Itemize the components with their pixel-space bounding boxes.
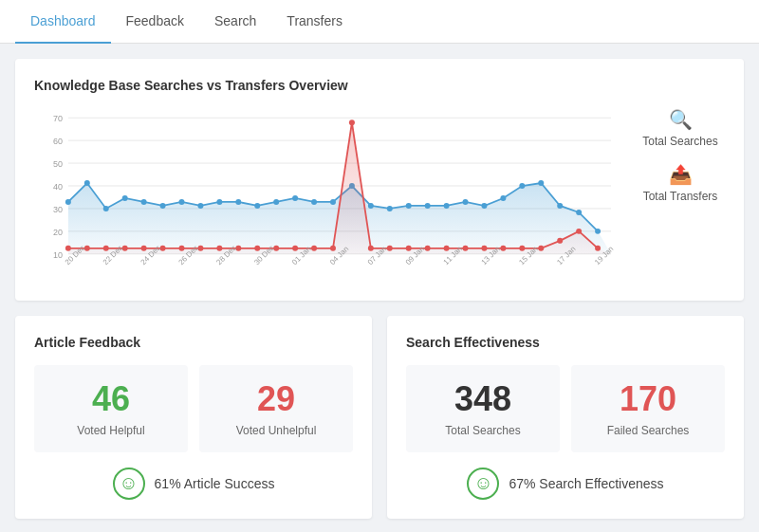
article-success-text: 61% Article Success: [155, 476, 275, 491]
svg-point-19: [141, 199, 147, 205]
svg-point-72: [576, 229, 582, 234]
article-feedback-card: Article Feedback 46 Voted Helpful 29 Vot…: [15, 316, 372, 519]
transfer-legend-icon: 📤: [669, 163, 693, 186]
chart-svg-wrapper: 70 60 50 40 30 20 10: [34, 108, 620, 282]
search-effectiveness-text: 67% Search Effectiveness: [509, 476, 663, 491]
svg-point-67: [481, 246, 487, 251]
svg-point-20: [160, 203, 166, 209]
svg-text:70: 70: [53, 114, 63, 123]
svg-point-33: [406, 203, 412, 209]
svg-point-55: [254, 246, 260, 251]
svg-text:60: 60: [53, 137, 63, 146]
article-feedback-footer: ☺ 61% Article Success: [34, 468, 353, 500]
svg-point-26: [273, 199, 279, 205]
article-feedback-boxes: 46 Voted Helpful 29 Voted Unhelpful: [34, 365, 353, 452]
svg-point-47: [103, 246, 109, 251]
failed-searches-box: 170 Failed Searches: [571, 365, 725, 452]
svg-point-29: [330, 199, 336, 205]
article-feedback-title: Article Feedback: [34, 335, 353, 350]
tab-feedback[interactable]: Feedback: [111, 0, 199, 44]
search-effectiveness-footer: ☺ 67% Search Effectiveness: [406, 468, 725, 500]
voted-unhelpful-value: 29: [214, 380, 338, 418]
svg-point-24: [235, 199, 241, 205]
bottom-row: Article Feedback 46 Voted Helpful 29 Vot…: [15, 316, 744, 519]
main-content: Knowledge Base Searches vs Transfers Ove…: [0, 44, 759, 532]
svg-point-32: [387, 206, 393, 211]
search-effectiveness-title: Search Effectiveness: [406, 335, 725, 350]
svg-text:10: 10: [53, 250, 63, 260]
svg-point-38: [500, 195, 506, 201]
svg-point-45: [65, 246, 71, 251]
voted-unhelpful-box: 29 Voted Unhelpful: [199, 365, 353, 452]
tab-transfers[interactable]: Transfers: [271, 0, 358, 44]
chart-title: Knowledge Base Searches vs Transfers Ove…: [34, 78, 725, 93]
svg-point-36: [463, 199, 469, 205]
svg-point-28: [311, 199, 317, 205]
total-searches-box: 348 Total Searches: [406, 365, 560, 452]
tab-search[interactable]: Search: [199, 0, 271, 44]
svg-point-21: [179, 199, 185, 205]
svg-point-18: [122, 195, 128, 201]
tabs-nav: Dashboard Feedback Search Transfers: [0, 0, 759, 44]
failed-searches-value: 170: [586, 380, 710, 418]
voted-helpful-box: 46 Voted Helpful: [34, 365, 188, 452]
svg-point-34: [425, 203, 431, 209]
svg-point-51: [179, 246, 185, 251]
svg-point-31: [368, 203, 374, 209]
svg-point-73: [595, 246, 601, 251]
svg-point-69: [519, 246, 525, 251]
svg-point-37: [481, 203, 487, 209]
legend-total-transfers: 📤 Total Transfers: [636, 163, 725, 203]
svg-point-57: [292, 246, 298, 251]
svg-point-65: [444, 246, 450, 251]
chart-legend: 🔍 Total Searches 📤 Total Transfers: [620, 108, 725, 203]
svg-text:40: 40: [53, 182, 63, 192]
svg-text:20: 20: [53, 228, 63, 237]
total-searches-label: Total Searches: [421, 424, 545, 437]
svg-point-25: [254, 203, 260, 209]
svg-point-59: [330, 246, 336, 251]
article-success-smiley: ☺: [113, 468, 145, 500]
search-effectiveness-smiley: ☺: [467, 468, 499, 500]
svg-point-61: [368, 246, 374, 251]
svg-point-35: [444, 203, 450, 209]
svg-point-23: [216, 199, 222, 205]
legend-searches-label: Total Searches: [642, 135, 717, 148]
svg-point-41: [557, 203, 563, 209]
legend-transfers-label: Total Transfers: [643, 190, 718, 203]
voted-helpful-value: 46: [49, 380, 173, 418]
svg-point-49: [141, 246, 147, 251]
tab-dashboard[interactable]: Dashboard: [15, 0, 111, 44]
svg-point-16: [84, 180, 90, 186]
svg-point-27: [292, 195, 298, 201]
svg-text:30: 30: [53, 205, 63, 214]
svg-point-15: [65, 199, 71, 205]
svg-text:50: 50: [53, 159, 63, 169]
search-effectiveness-card: Search Effectiveness 348 Total Searches …: [387, 316, 744, 519]
svg-point-71: [557, 238, 563, 244]
svg-point-17: [103, 206, 109, 211]
legend-total-searches: 🔍 Total Searches: [636, 108, 725, 148]
search-legend-icon: 🔍: [669, 108, 693, 131]
voted-helpful-label: Voted Helpful: [49, 424, 173, 437]
chart-svg: 70 60 50 40 30 20 10: [34, 108, 620, 279]
svg-point-40: [538, 180, 544, 186]
svg-point-42: [576, 210, 582, 215]
svg-point-53: [216, 246, 222, 251]
search-effectiveness-boxes: 348 Total Searches 170 Failed Searches: [406, 365, 725, 452]
svg-point-63: [406, 246, 412, 251]
total-searches-value: 348: [421, 380, 545, 418]
app-wrapper: Dashboard Feedback Search Transfers Know…: [0, 0, 759, 532]
voted-unhelpful-label: Voted Unhelpful: [214, 424, 338, 437]
svg-point-22: [197, 203, 203, 209]
chart-area: 70 60 50 40 30 20 10: [34, 108, 725, 282]
failed-searches-label: Failed Searches: [586, 424, 710, 437]
svg-point-60: [349, 119, 355, 125]
chart-card: Knowledge Base Searches vs Transfers Ove…: [15, 59, 744, 301]
svg-point-39: [519, 183, 525, 189]
svg-point-43: [595, 229, 601, 234]
